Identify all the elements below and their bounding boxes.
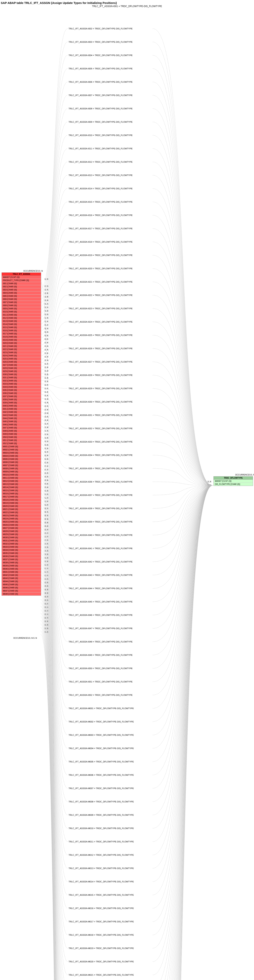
zero-n-label: 0..N — [44, 402, 48, 404]
zero-n-label: 0..N — [44, 458, 48, 460]
zero-n-label: 0..N — [44, 606, 48, 608]
left-row: M016 [CHAR (8)] — [2, 492, 41, 495]
left-row: I016 [CHAR (8)] — [2, 329, 41, 332]
left-row: M034 [CHAR (8)] — [2, 549, 41, 552]
zero-n-label: 0..N — [44, 313, 48, 315]
zero-n-label: 0..N — [44, 380, 48, 383]
right1-row: MANDT [CLNT (3)] — [214, 480, 253, 483]
left-row: I004 [CHAR (8)] — [2, 291, 41, 294]
left-row: I021 [CHAR (8)] — [2, 345, 41, 348]
zero-n-label: 0..N — [44, 585, 48, 587]
left-row: PRODUCT_TYPE [CHAR (3)] — [2, 279, 41, 282]
zero-n-label: 0..N — [44, 441, 48, 442]
flow-mapping-label: TRLC_IFT_ASSGN-I007 = TRDC_DFLOWTYPE-DIS… — [68, 94, 133, 96]
zero-n-label: 0..N — [44, 617, 48, 619]
left-row: M043 [CHAR (8)] — [2, 577, 41, 580]
left-row: I002 [CHAR (8)] — [2, 285, 41, 288]
zero-n-label: 0..N — [44, 589, 48, 591]
left-row: M033 [CHAR (8)] — [2, 546, 41, 549]
zero-n-label: 0..N — [44, 395, 48, 397]
flow-mapping-label: TRLC_IFT_ASSGN-I003 = TRDC_DFLOWTYPE-DIS… — [68, 41, 133, 43]
zero-n-label: 0..N — [44, 522, 48, 524]
zero-n-label: 0..N — [44, 620, 48, 622]
left-row: I042 [CHAR (8)] — [2, 410, 41, 414]
zero-n-label: 0..N — [44, 373, 48, 375]
zero-n-label: 0..N — [44, 296, 48, 298]
zero-n-label: 0..N — [44, 627, 48, 630]
zero-n-label: 0..N — [44, 405, 48, 407]
zero-n-label: 0..N — [44, 317, 48, 319]
left-row: I028 [CHAR (8)] — [2, 367, 41, 370]
zero-n-label: 0..N — [44, 303, 48, 305]
flow-mapping-label: TRLC_IFT_ASSGN-I005 = TRDC_DFLOWTYPE-DIS… — [68, 67, 133, 70]
flow-mapping-label: TRLC_IFT_ASSGN-I023 = TRDC_DFLOWTYPE-DIS… — [68, 307, 133, 310]
flow-mapping-label: TRLC_IFT_ASSGN-M017 = TRDC_DFLOWTYPE-DIS… — [68, 920, 134, 923]
left-row: I003 [CHAR (8)] — [2, 288, 41, 291]
zero-n-label: 0..N — [44, 599, 48, 601]
flow-mapping-label: TRLC_IFT_ASSGN-M003 = TRDC_DFLOWTYPE-DIS… — [68, 734, 134, 736]
zero-n-label: 0..N — [44, 331, 48, 333]
zero-n-label: 0..N — [44, 553, 48, 555]
zero-n-label: 0..N — [44, 412, 48, 414]
zero-n-label: 0..N — [44, 504, 48, 506]
left-row: I034 [CHAR (8)] — [2, 385, 41, 389]
left-row: M001 [CHAR (8)] — [2, 445, 41, 448]
zero-n-label: 0..N — [44, 338, 48, 340]
flow-mapping-label: TRLC_IFT_ASSGN-M014 = TRDC_DFLOWTYPE-DIS… — [68, 880, 134, 883]
zero-n-label: 0..N — [44, 342, 48, 344]
left-row: I014 [CHAR (8)] — [2, 323, 41, 326]
zero-n-label: 0..N — [44, 433, 48, 436]
center-subtitle: TRLC_IFT_ASSGN-I001 = TRDC_DFLOWTYPE-DIS… — [0, 5, 254, 8]
flow-mapping-label: TRLC_IFT_ASSGN-I047 = TRDC_DFLOWTYPE-DIS… — [68, 627, 133, 630]
zero-n-label: 0..N — [44, 568, 48, 570]
page-title: SAP ABAP table TRLC_IFT_ASSGN {Assign Up… — [0, 0, 254, 5]
flow-mapping-label: TRLC_IFT_ASSGN-I004 = TRDC_DFLOWTYPE-DIS… — [68, 54, 133, 56]
flow-mapping-label: TRLC_IFT_ASSGN-I019 = TRDC_DFLOWTYPE-DIS… — [68, 254, 133, 256]
zero-n-label: 0..N — [44, 543, 48, 545]
flow-mapping-label: TRLC_IFT_ASSGN-M021 = TRDC_DFLOWTYPE-DIS… — [68, 974, 134, 976]
zero-n-label: 0..N — [44, 490, 48, 492]
zero-n-label: 0..N — [44, 398, 48, 400]
left-row: M006 [CHAR (8)] — [2, 461, 41, 464]
zero-n-label: 0..N — [44, 539, 48, 541]
flow-mapping-label: TRLC_IFT_ASSGN-I052 = TRDC_DFLOWTYPE-DIS… — [68, 694, 133, 696]
zero-n-label: 0..N — [44, 444, 48, 446]
zero-n-label: 0..N — [44, 359, 48, 361]
zero-n-label: 0..N — [44, 603, 48, 605]
entity-header-r1: TRDC_DFLOWTYPE — [214, 476, 253, 480]
zero-n-label: 0..N — [44, 574, 48, 577]
left-row: I037 [CHAR (8)] — [2, 395, 41, 398]
zero-n-label: 0..N — [44, 430, 48, 432]
zero-n-label: 0..N — [44, 500, 48, 503]
occ-r1-row1: 0..N — [208, 484, 211, 486]
zero-n-label: 0..N — [44, 578, 48, 580]
occ-r1-row0: 0..N — [208, 480, 211, 483]
left-row: M037 [CHAR (8)] — [2, 558, 41, 561]
left-row: M028 [CHAR (8)] — [2, 530, 41, 533]
left-row: M019 [CHAR (8)] — [2, 501, 41, 505]
zero-n-label: 0..N — [44, 409, 48, 411]
left-row: I012 [CHAR (8)] — [2, 317, 41, 320]
flow-mapping-label: TRLC_IFT_ASSGN-I031 = TRDC_DFLOWTYPE-DIS… — [68, 414, 133, 416]
left-row: I011 [CHAR (8)] — [2, 313, 41, 317]
left-row: I049 [CHAR (8)] — [2, 433, 41, 436]
zero-n-label: 0..N — [44, 384, 48, 386]
flow-mapping-label: TRLC_IFT_ASSGN-I050 = TRDC_DFLOWTYPE-DIS… — [68, 667, 133, 670]
zero-n-label: 0..N — [44, 514, 48, 517]
flow-mapping-label: TRLC_IFT_ASSGN-I048 = TRDC_DFLOWTYPE-DIS… — [68, 641, 133, 643]
left-row: I033 [CHAR (8)] — [2, 382, 41, 385]
flow-mapping-label: TRLC_IFT_ASSGN-I002 = TRDC_DFLOWTYPE-DIS… — [68, 27, 133, 30]
left-row: M022 [CHAR (8)] — [2, 511, 41, 514]
left-row: M025 [CHAR (8)] — [2, 520, 41, 523]
zero-n-label: 0..N — [44, 310, 48, 312]
zero-n-label: 0..N — [44, 285, 48, 287]
left-row: I041 [CHAR (8)] — [2, 407, 41, 410]
zero-n-label: 0..N — [44, 610, 48, 612]
flow-mapping-label: TRLC_IFT_ASSGN-M019 = TRDC_DFLOWTYPE-DIS… — [68, 947, 134, 950]
zero-n-label: 0..N — [44, 437, 48, 439]
left-row: I027 [CHAR (8)] — [2, 364, 41, 367]
left-row: M015 [CHAR (8)] — [2, 489, 41, 492]
zero-n-label: 0..N — [44, 278, 48, 280]
left-row: I050 [CHAR (8)] — [2, 436, 41, 439]
left-row: I036 [CHAR (8)] — [2, 392, 41, 395]
